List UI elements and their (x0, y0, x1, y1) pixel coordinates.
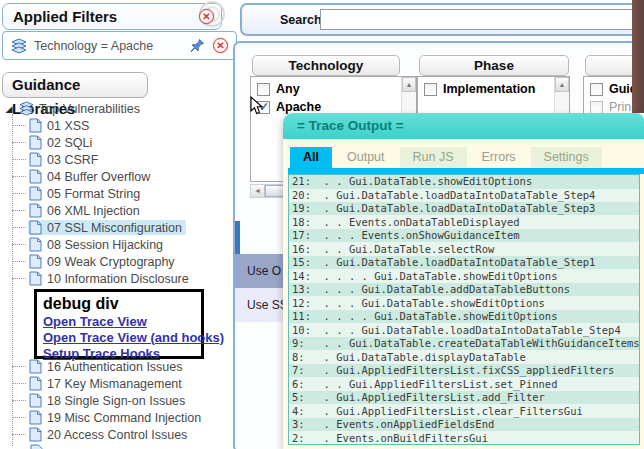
tree-item[interactable]: 01 XSS (2, 117, 234, 134)
tree-item[interactable]: 16 Authentication Issues (2, 358, 234, 375)
tree-item-content: 01 XSS (28, 118, 93, 133)
tree-item-label: 19 Misc Command Injection (47, 411, 201, 425)
filter-option[interactable]: Any (251, 80, 416, 98)
log-line: 17: . . . Events.onShowGuidanceItem (289, 229, 639, 243)
tree-item-content: 17 Key Mismanagement (28, 376, 186, 391)
layers-icon (10, 38, 28, 55)
scroll-up-icon[interactable]: ▲ (555, 77, 569, 92)
document-icon (29, 393, 42, 408)
tree-item[interactable]: 20 Access Control Issues (2, 426, 234, 443)
search-input[interactable] (320, 9, 644, 30)
document-icon (29, 220, 42, 235)
log-line: 8: . Gui.DataTable.displayDataTable (289, 351, 639, 365)
technology-options: Any Apache (251, 80, 416, 116)
document-icon (29, 427, 42, 442)
tree-connector (12, 210, 26, 211)
document-icon (29, 135, 42, 150)
tree-item-label: 01 XSS (47, 119, 89, 133)
log-line: 20: . Gui.DataTable.loadDataIntoDataTabl… (289, 189, 639, 203)
checkbox-icon[interactable] (590, 83, 603, 96)
tree-item-label: 18 Single Sign-on Issues (47, 394, 185, 408)
log-line: 4: . Gui.AppliedFiltersList.clear_Filter… (289, 405, 639, 419)
tree-item[interactable]: 07 SSL Misconfiguration (2, 219, 234, 236)
log-line: 14: . . . . Gui.DataTable.showEditOption… (289, 270, 639, 284)
tree-item[interactable]: 05 Format String (2, 185, 234, 202)
applied-filter-item[interactable]: Technology = Apache (2, 31, 237, 60)
tree-item[interactable]: 17 Key Mismanagement (2, 375, 234, 392)
mouse-cursor-icon (250, 96, 264, 116)
tree-connector (12, 176, 26, 177)
log-line: 21: . . Gui.DataTable.showEditOptions (289, 175, 639, 189)
document-icon (29, 410, 42, 425)
tree-item-content: 07 SSL Misconfiguration (28, 220, 186, 235)
tree-item[interactable]: 08 Session Hijacking (2, 236, 234, 253)
tree-item-label: 17 Key Mismanagement (47, 377, 182, 391)
tree-connector (12, 159, 26, 160)
tree-item[interactable]: 04 Buffer Overflow (2, 168, 234, 185)
pin-icon[interactable] (189, 38, 205, 54)
filter-option-label: Apache (276, 100, 321, 114)
table-cell: Use SS (235, 298, 288, 312)
column-header-technology: Technology (252, 55, 400, 76)
tree-item-label: 09 Weak Cryptography (47, 255, 175, 269)
tree-items-bottom: 16 Authentication Issues 17 Key Mismanag… (2, 358, 234, 443)
tree-item[interactable]: 06 XML Injection (2, 202, 234, 219)
filter-option[interactable]: Implementation (418, 80, 569, 98)
tree-item-content: 03 CSRF (28, 152, 102, 167)
checkbox-icon[interactable] (424, 83, 437, 96)
tree-root-item[interactable]: ◢ Top Vulnerabilities (2, 100, 234, 117)
document-icon (29, 359, 42, 374)
scroll-up-icon[interactable]: ▲ (402, 77, 416, 92)
document-icon (29, 118, 42, 133)
tree-item[interactable]: 02 SQLi (2, 134, 234, 151)
tree-item-label: 16 Authentication Issues (47, 360, 183, 374)
log-line: 11: . . . . Gui.DataTable.showEditOption… (289, 310, 639, 324)
trace-tab[interactable]: Run JS (400, 147, 467, 168)
checkbox-icon[interactable] (590, 101, 603, 114)
document-icon (29, 254, 42, 269)
scroll-left-icon[interactable]: ◄ (251, 185, 265, 197)
trace-tab[interactable]: Output (334, 147, 398, 168)
tree-item[interactable]: 18 Single Sign-on Issues (2, 392, 234, 409)
tree-connector (12, 366, 26, 367)
tree-connector (12, 383, 26, 384)
guidance-libraries-header: Guidance Libraries (2, 72, 148, 98)
applied-filter-text: Technology = Apache (34, 39, 153, 53)
document-icon (29, 376, 42, 391)
tree-item-content: 06 XML Injection (28, 203, 144, 218)
debug-link[interactable]: Open Trace View (43, 314, 195, 330)
tree-connector (12, 125, 26, 126)
tree-item-content: 08 Session Hijacking (28, 237, 167, 252)
expander-icon[interactable]: ◢ (2, 104, 16, 114)
tree-item[interactable]: 09 Weak Cryptography (2, 253, 234, 270)
trace-tab[interactable]: Errors (469, 147, 529, 168)
tree-item-label: 10 Information Disclosure (47, 272, 189, 286)
trace-tab[interactable]: All (290, 147, 332, 168)
log-line: 2: . Events.onBuildFiltersGui (289, 432, 639, 446)
tree-connector (12, 434, 26, 435)
tree-item[interactable]: 10 Information Disclosure (2, 270, 234, 287)
tree-item-label: 04 Buffer Overflow (47, 170, 150, 184)
log-line: 19: . Gui.DataTable.loadDataIntoDataTabl… (289, 202, 639, 216)
log-line: 3: . Events.onAppliedFieldsEnd (289, 418, 639, 432)
tree-connector (12, 142, 26, 143)
trace-log: 21: . . Gui.DataTable.showEditOptions20:… (288, 174, 640, 445)
guidance-tree: ◢ Top Vulnerabilities 01 XSS 02 SQLi (2, 100, 234, 449)
debug-link[interactable]: Open Trace View (and hooks) (43, 330, 195, 346)
trace-output-header[interactable]: = Trace Output = (283, 113, 644, 139)
tree-item[interactable]: 03 CSRF (2, 151, 234, 168)
log-line: 15: . Gui.DataTable.loadDataIntoDataTabl… (289, 256, 639, 270)
column-header-phase: Phase (419, 55, 569, 76)
tree-item-content: 04 Buffer Overflow (28, 169, 154, 184)
document-icon (29, 271, 42, 286)
close-icon[interactable] (199, 9, 214, 24)
document-icon (29, 169, 42, 184)
tree-item[interactable]: 19 Misc Command Injection (2, 409, 234, 426)
remove-filter-icon[interactable] (213, 38, 228, 53)
trace-tab[interactable]: Settings (531, 147, 602, 168)
phase-options: Implementation (418, 80, 569, 98)
log-line: 6: . . Gui.AppliedFiltersList.set_Pinned (289, 378, 639, 392)
window-edge (632, 0, 644, 113)
checkbox-icon[interactable] (257, 83, 270, 96)
search-label: Search (280, 13, 322, 27)
